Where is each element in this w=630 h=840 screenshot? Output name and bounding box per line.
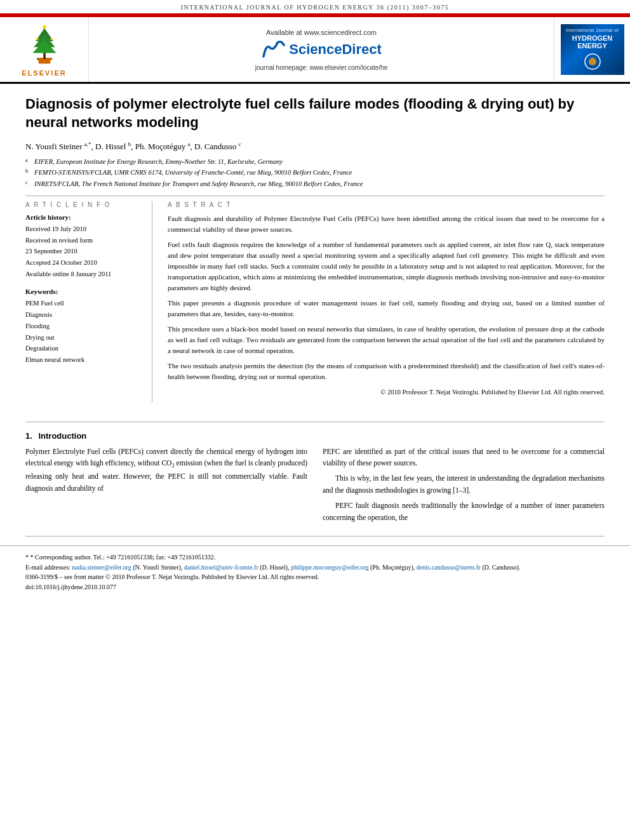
- introduction-body: Polymer Electrolyte Fuel cells (PEFCs) c…: [25, 446, 605, 527]
- keyword-flooding: Flooding: [25, 321, 143, 332]
- svg-point-7: [36, 37, 38, 40]
- doi-line: 0360-3199/$ – see front matter © 2010 Pr…: [25, 572, 605, 582]
- abstract-heading: A B S T R A C T: [168, 201, 605, 208]
- corresponding-star: *: [25, 554, 30, 561]
- section-number: 1.: [25, 431, 32, 441]
- keyword-pem: PEM Fuel cell: [25, 298, 143, 309]
- cover-title-top: International Journal of: [566, 28, 619, 33]
- cover-decoration-icon: [583, 52, 602, 71]
- elsevier-logo: ELSEVIER: [0, 17, 89, 82]
- history-label: Article history:: [25, 213, 143, 221]
- affiliations: a EIFER, European Institute for Energy R…: [25, 157, 605, 189]
- available-text: Available at www.sciencedirect.com: [266, 29, 377, 36]
- article-info-abstract: A R T I C L E I N F O Article history: R…: [25, 196, 605, 403]
- affiliation-b: b FEMTO-ST/ENISYS/FCLAB, UMR CNRS 6174, …: [25, 168, 605, 178]
- article-dates: Received 19 July 2010 Received in revise…: [25, 223, 143, 280]
- sd-wave-icon: [261, 39, 285, 60]
- journal-cover: International Journal of HYDROGENENERGY: [554, 17, 630, 82]
- keyword-drying: Drying out: [25, 332, 143, 343]
- elsevier-label: ELSEVIER: [22, 69, 66, 77]
- article-info-column: A R T I C L E I N F O Article history: R…: [25, 201, 152, 403]
- keyword-degradation: Degradation: [25, 343, 143, 354]
- email-nadia[interactable]: nadia.steiner@eifer.org: [72, 564, 131, 571]
- introduction-heading: 1. Introduction: [25, 431, 605, 441]
- abstract-column: A B S T R A C T Fault diagnosis and dura…: [165, 201, 605, 403]
- keywords-section: Keywords: PEM Fuel cell Diagnosis Floodi…: [25, 288, 143, 366]
- abstract-p2: Fuel cells fault diagnosis requires the …: [168, 239, 605, 293]
- abstract-p4: This procedure uses a black-box model ba…: [168, 324, 605, 356]
- authors-line: N. Yousfi Steiner a,*, D. Hissel b, Ph. …: [25, 140, 605, 151]
- introduction-section: 1. Introduction Polymer Electrolyte Fuel…: [0, 431, 630, 527]
- abstract-copyright: © 2010 Professor T. Nejat Veziroglu. Pub…: [168, 387, 605, 397]
- elsevier-tree-icon: [19, 22, 70, 67]
- sd-logo-text: ScienceDirect: [289, 41, 382, 58]
- journal-homepage: journal homepage: www.elsevier.com/locat…: [255, 64, 387, 71]
- intro-right-col: PEFC are identified as part of the criti…: [323, 446, 605, 527]
- aff-text-c: INRETS/FCLAB, The French National Instit…: [34, 179, 363, 189]
- authors-text: N. Yousfi Steiner a,*, D. Hissel b, Ph. …: [25, 142, 241, 151]
- doi-number: doi:10.1016/j.ijhydene.2010.10.077: [25, 582, 605, 592]
- corresponding-author-note: * * Corresponding author. Tel.: +49 7216…: [25, 552, 605, 563]
- intro-right-p1: PEFC are identified as part of the criti…: [323, 446, 605, 469]
- email-label: E-mail addresses:: [25, 564, 70, 571]
- section-divider: [25, 422, 605, 422]
- doi-text: 0360-3199/$ – see front matter © 2010 Pr…: [25, 573, 319, 580]
- intro-right-p2: This is why, in the last few years, the …: [323, 472, 605, 496]
- article-info-heading: A R T I C L E I N F O: [25, 201, 143, 208]
- svg-point-6: [43, 25, 46, 29]
- abstract-p1: Fault diagnosis and durability of Polyme…: [168, 213, 605, 235]
- article-title: Diagnosis of polymer electrolyte fuel ce…: [25, 95, 605, 131]
- aff-sup-c: c: [25, 179, 32, 189]
- journal-header: INTERNATIONAL JOURNAL OF HYDROGEN ENERGY…: [0, 0, 630, 15]
- svg-point-8: [50, 37, 53, 40]
- aff-sup-a: a: [25, 157, 32, 167]
- intro-left-col: Polymer Electrolyte Fuel cells (PEFCs) c…: [25, 446, 307, 527]
- svg-point-10: [589, 58, 596, 65]
- date-revised: 23 September 2010: [25, 246, 143, 257]
- intro-right-p3: PEFC fault diagnosis needs traditionally…: [323, 500, 605, 523]
- publisher-header: ELSEVIER Available at www.sciencedirect.…: [0, 17, 630, 84]
- date-revised-label: Received in revised form: [25, 235, 143, 246]
- doi-number-text: doi:10.1016/j.ijhydene.2010.10.077: [25, 583, 116, 590]
- sciencedirect-center: Available at www.sciencedirect.com Scien…: [89, 17, 554, 82]
- email-daniel-name: (D. Hissel),: [260, 564, 291, 571]
- abstract-text: Fault diagnosis and durability of Polyme…: [168, 213, 605, 398]
- intro-left-p1: Polymer Electrolyte Fuel cells (PEFCs) c…: [25, 446, 307, 494]
- email-philippe[interactable]: philippe.mocoteguy@eifer.org: [291, 564, 368, 571]
- article-main: Diagnosis of polymer electrolyte fuel ce…: [0, 84, 630, 413]
- date-accepted: Accepted 24 October 2010: [25, 257, 143, 269]
- email-nadia-name: (N. Yousfi Steiner),: [133, 564, 184, 571]
- keywords-label: Keywords:: [25, 288, 143, 295]
- email-daniel[interactable]: daniel.hissel@univ-fcomte.fr: [184, 564, 258, 571]
- affiliation-a: a EIFER, European Institute for Energy R…: [25, 157, 605, 167]
- keyword-diagnosis: Diagnosis: [25, 309, 143, 321]
- email-philippe-name: (Ph. Moçotéguy),: [370, 564, 417, 571]
- footer-divider: [25, 536, 605, 537]
- abstract-p5: The two residuals analysis permits the d…: [168, 361, 605, 382]
- aff-text-b: FEMTO-ST/ENISYS/FCLAB, UMR CNRS 6174, Un…: [34, 168, 352, 178]
- affiliation-c: c INRETS/FCLAB, The French National Inst…: [25, 179, 605, 189]
- aff-sup-b: b: [25, 168, 32, 178]
- email-denis[interactable]: denis.candusso@inrets.fr: [417, 564, 481, 571]
- footer-section: * * Corresponding author. Tel.: +49 7216…: [0, 545, 630, 597]
- section-title: Introduction: [38, 431, 86, 441]
- date-online: Available online 8 January 2011: [25, 269, 143, 280]
- aff-text-a: EIFER, European Institute for Energy Res…: [34, 157, 283, 167]
- keyword-elman: Elman neural network: [25, 354, 143, 366]
- sd-logo: ScienceDirect: [261, 39, 382, 60]
- email-line: E-mail addresses: nadia.steiner@eifer.or…: [25, 563, 605, 573]
- cover-image: International Journal of HYDROGENENERGY: [561, 24, 624, 75]
- date-received: Received 19 July 2010: [25, 223, 143, 235]
- journal-header-text: INTERNATIONAL JOURNAL OF HYDROGEN ENERGY…: [181, 4, 450, 11]
- abstract-p3: This paper presents a diagnosis procedur…: [168, 298, 605, 319]
- corresponding-author-text: * Corresponding author. Tel.: +49 721610…: [30, 554, 216, 561]
- cover-title-main: HYDROGENENERGY: [572, 34, 613, 50]
- email-denis-name: (D. Candusso).: [482, 564, 520, 571]
